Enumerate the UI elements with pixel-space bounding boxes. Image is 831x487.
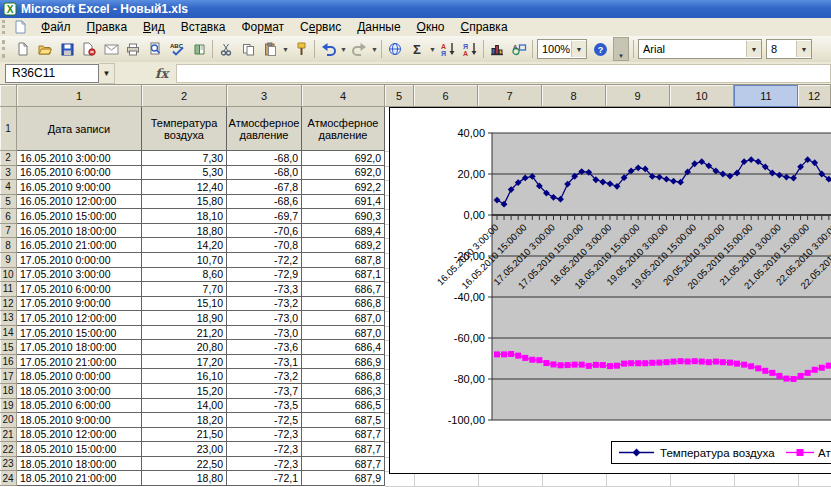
row-header-2[interactable]: 2: [0, 151, 17, 166]
open-button[interactable]: [34, 39, 56, 59]
column-header-8[interactable]: 8: [542, 85, 606, 107]
cell-pressure-2[interactable]: 686,9: [302, 355, 385, 370]
font-size-combo[interactable]: 8▼: [766, 39, 812, 59]
cell-date[interactable]: 18.05.2010 15:00:00: [17, 442, 142, 457]
name-box-dropdown[interactable]: ▼: [99, 63, 115, 84]
menu-файл[interactable]: Файл: [33, 18, 79, 36]
name-box[interactable]: R36C11: [5, 64, 99, 83]
cell-pressure-2[interactable]: 692,2: [302, 180, 385, 195]
cell-pressure-1[interactable]: -72,9: [227, 268, 302, 283]
insert-hyperlink-button[interactable]: [384, 39, 406, 59]
cell-pressure-2[interactable]: 692,0: [302, 151, 385, 166]
email-button[interactable]: [100, 39, 122, 59]
row-header-7[interactable]: 7: [0, 224, 17, 239]
cell-temperature[interactable]: 7,70: [142, 282, 227, 297]
column-header-5[interactable]: 5: [385, 85, 414, 107]
cell-pressure-1[interactable]: -73,2: [227, 369, 302, 384]
row-header-15[interactable]: 15: [0, 340, 17, 355]
cell-date[interactable]: 16.05.2010 3:00:00: [17, 151, 142, 166]
menu-вставка[interactable]: Вставка: [173, 18, 234, 36]
cell-pressure-2[interactable]: 686,4: [302, 340, 385, 355]
cell-pressure-1[interactable]: -68,6: [227, 195, 302, 210]
toolbar-grip[interactable]: [2, 40, 10, 58]
cell-pressure-2[interactable]: 686,7: [302, 282, 385, 297]
cell-pressure-2[interactable]: 690,3: [302, 209, 385, 224]
cell-pressure-2[interactable]: 687,0: [302, 326, 385, 341]
column-header-3[interactable]: 3: [227, 85, 302, 107]
cell-date[interactable]: 18.05.2010 9:00:00: [17, 413, 142, 428]
row-header-22[interactable]: 22: [0, 442, 17, 457]
font-name-combo[interactable]: Arial▼: [638, 39, 762, 59]
print-preview-button[interactable]: [144, 39, 166, 59]
column-header-7[interactable]: 7: [478, 85, 542, 107]
cell-pressure-1[interactable]: -72,2: [227, 253, 302, 268]
save-button[interactable]: [56, 39, 78, 59]
cell-pressure-2[interactable]: 687,0: [302, 311, 385, 326]
cell-temperature[interactable]: 20,80: [142, 340, 227, 355]
cell-temperature[interactable]: 8,60: [142, 268, 227, 283]
cell-temperature[interactable]: 23,00: [142, 442, 227, 457]
column-header-9[interactable]: 9: [606, 85, 670, 107]
cell-date[interactable]: 18.05.2010 12:00:00: [17, 428, 142, 443]
cell-date[interactable]: 18.05.2010 3:00:00: [17, 384, 142, 399]
autosum-dropdown-icon[interactable]: ▼: [428, 39, 437, 59]
cell-temperature[interactable]: 14,00: [142, 399, 227, 414]
toolbar-options-button[interactable]: ▾: [613, 37, 629, 61]
cell-date[interactable]: 18.05.2010 6:00:00: [17, 399, 142, 414]
cell-pressure-1[interactable]: -73,5: [227, 399, 302, 414]
cell-date[interactable]: 17.05.2010 15:00:00: [17, 326, 142, 341]
column-header-2[interactable]: 2: [142, 85, 227, 107]
row-header-8[interactable]: 8: [0, 238, 17, 253]
column-header-6[interactable]: 6: [414, 85, 478, 107]
cell-pressure-1[interactable]: -72,5: [227, 413, 302, 428]
row-header-16[interactable]: 16: [0, 355, 17, 370]
cell-pressure-2[interactable]: 687,1: [302, 268, 385, 283]
paste-dropdown-icon[interactable]: ▼: [281, 39, 290, 59]
cell-pressure-1[interactable]: -70,8: [227, 238, 302, 253]
cell-date[interactable]: 17.05.2010 0:00:00: [17, 253, 142, 268]
column-header-11[interactable]: 11: [734, 85, 798, 107]
permission-button[interactable]: [78, 39, 100, 59]
cell-date[interactable]: 18.05.2010 21:00:00: [17, 471, 142, 486]
menu-справка[interactable]: Справка: [452, 18, 515, 36]
cell-temperature[interactable]: 18,80: [142, 224, 227, 239]
cell-pressure-1[interactable]: -70,6: [227, 224, 302, 239]
cell-pressure-2[interactable]: 689,4: [302, 224, 385, 239]
cell-temperature[interactable]: 5,30: [142, 166, 227, 181]
cell-pressure-1[interactable]: -72,3: [227, 457, 302, 472]
cell-temperature[interactable]: 18,90: [142, 311, 227, 326]
cell-date[interactable]: 18.05.2010 18:00:00: [17, 457, 142, 472]
row-header-5[interactable]: 5: [0, 195, 17, 210]
redo-button[interactable]: [348, 39, 370, 59]
redo-dropdown-icon[interactable]: ▼: [370, 39, 379, 59]
cell-pressure-1[interactable]: -73,2: [227, 297, 302, 312]
cell-pressure-2[interactable]: 687,7: [302, 442, 385, 457]
zoom-dropdown-icon[interactable]: ▼: [571, 41, 586, 57]
cell-date[interactable]: 16.05.2010 6:00:00: [17, 166, 142, 181]
menu-grip[interactable]: [2, 20, 10, 34]
cell-date[interactable]: 17.05.2010 3:00:00: [17, 268, 142, 283]
cell-pressure-1[interactable]: -73,7: [227, 384, 302, 399]
cell-date[interactable]: 17.05.2010 12:00:00: [17, 311, 142, 326]
menu-правка[interactable]: Правка: [79, 18, 136, 36]
cell-pressure-2[interactable]: 687,7: [302, 457, 385, 472]
row-header-1[interactable]: 1: [0, 107, 17, 151]
formula-input[interactable]: [176, 64, 831, 83]
menu-окно[interactable]: Окно: [409, 18, 453, 36]
spelling-button[interactable]: ABC: [166, 39, 188, 59]
cell-pressure-1[interactable]: -73,0: [227, 311, 302, 326]
row-header-6[interactable]: 6: [0, 209, 17, 224]
cell-temperature[interactable]: 18,80: [142, 471, 227, 486]
row-header-23[interactable]: 23: [0, 457, 17, 472]
cell-date[interactable]: 16.05.2010 21:00:00: [17, 238, 142, 253]
menu-данные[interactable]: Данные: [349, 18, 408, 36]
cell-pressure-1[interactable]: -67,8: [227, 180, 302, 195]
cell-temperature[interactable]: 18,20: [142, 413, 227, 428]
print-button[interactable]: [122, 39, 144, 59]
cell-temperature[interactable]: 15,80: [142, 195, 227, 210]
cell-temperature[interactable]: 15,10: [142, 297, 227, 312]
cell-temperature[interactable]: 16,10: [142, 369, 227, 384]
cell-pressure-1[interactable]: -72,1: [227, 471, 302, 486]
column-header-12[interactable]: 12: [798, 85, 831, 107]
row-header-18[interactable]: 18: [0, 384, 17, 399]
